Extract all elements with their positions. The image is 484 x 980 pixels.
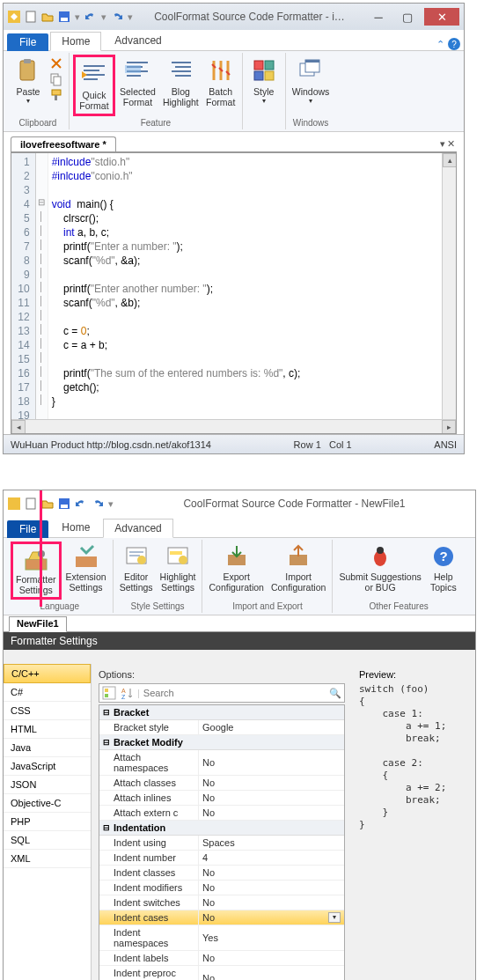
fold-column[interactable]: ⊟ │ │ │ │ │ │ │ │ │ │ │ │ │ │ bbox=[36, 153, 48, 433]
code-editor[interactable]: 1 2 3 4 5 6 7 8 9 10 11 12 13 14 15 16 1… bbox=[11, 152, 457, 434]
home-tab[interactable]: Home bbox=[50, 32, 101, 51]
option-row[interactable]: Indent labelsNo bbox=[99, 951, 344, 966]
editor-settings-button[interactable]: Editor Settings bbox=[117, 542, 156, 600]
close-button[interactable]: ✕ bbox=[424, 8, 459, 26]
extension-settings-button[interactable]: Extension Settings bbox=[63, 542, 109, 600]
clipboard-group-label: Clipboard bbox=[19, 116, 57, 128]
titlebar: ▾ ▾ ▾ CoolFormat Source Code Formatter -… bbox=[4, 4, 464, 30]
document-tab[interactable]: ilovefreesoftware * bbox=[11, 136, 116, 151]
scrollbar-horizontal[interactable]: ◂▸ bbox=[11, 419, 456, 433]
option-row[interactable]: Bracket styleGoogle bbox=[99, 720, 344, 735]
file-tab[interactable]: File bbox=[7, 33, 48, 51]
help-icon[interactable]: ? bbox=[448, 38, 460, 50]
language-item[interactable]: CSS bbox=[4, 702, 91, 720]
language-item[interactable]: Objective-C bbox=[4, 794, 91, 813]
ribbon-minimize-icon[interactable]: ⌃ bbox=[436, 39, 444, 50]
format-painter-icon[interactable] bbox=[49, 88, 63, 102]
code-pane[interactable]: #inlcude"stdio.h" #inlcude"conio.h" void… bbox=[48, 153, 456, 433]
option-row[interactable]: Attach classesNo bbox=[99, 776, 344, 791]
language-item[interactable]: JSON bbox=[4, 776, 91, 794]
maximize-button[interactable]: ▢ bbox=[395, 8, 420, 26]
import-export-group-label: Import and Export bbox=[232, 600, 302, 611]
quick-format-button[interactable]: Quick Format bbox=[77, 58, 112, 113]
language-item[interactable]: PHP bbox=[4, 813, 91, 831]
qat-undo-icon[interactable] bbox=[75, 497, 87, 510]
qat-save-icon[interactable] bbox=[58, 497, 70, 510]
advanced-tab[interactable]: Advanced bbox=[103, 519, 172, 538]
windows-button[interactable]: Windows▾ bbox=[290, 55, 333, 116]
cut-icon[interactable] bbox=[49, 56, 63, 70]
option-row[interactable]: Indent usingSpaces bbox=[99, 836, 344, 851]
paste-button[interactable]: Paste▾ bbox=[11, 55, 46, 116]
selected-format-button[interactable]: Selected Format bbox=[117, 55, 158, 116]
tab-dropdown-icon[interactable]: ▾ bbox=[440, 138, 445, 150]
suggestions-button[interactable]: Submit Suggestions or BUG bbox=[336, 542, 423, 600]
search-icon[interactable]: 🔍 bbox=[329, 688, 341, 699]
language-item[interactable]: C# bbox=[4, 683, 91, 702]
qat-redo-icon[interactable] bbox=[111, 11, 123, 23]
settings-icon bbox=[23, 546, 49, 572]
highlight-connector bbox=[40, 490, 42, 607]
svg-rect-18 bbox=[125, 65, 141, 73]
app-icon bbox=[8, 497, 20, 510]
batch-format-button[interactable]: Batch Format bbox=[203, 55, 238, 116]
language-item[interactable]: XML bbox=[4, 850, 91, 868]
option-section[interactable]: ⊟ Bracket Modify bbox=[99, 735, 344, 750]
option-row[interactable]: Indent modifiersNo bbox=[99, 881, 344, 895]
export-config-button[interactable]: Export Configuration bbox=[206, 542, 266, 600]
language-item[interactable]: Java bbox=[4, 739, 91, 757]
qat-redo-icon[interactable] bbox=[92, 497, 104, 510]
blog-highlight-button[interactable]: Blog Highlight bbox=[160, 55, 202, 116]
qat-undo-icon[interactable] bbox=[84, 11, 97, 23]
option-row[interactable]: Indent switchesNo bbox=[99, 895, 344, 910]
other-features-group-label: Other Features bbox=[369, 600, 428, 611]
document-tab[interactable]: NewFile1 bbox=[9, 616, 67, 632]
language-item[interactable]: C/C++ bbox=[4, 664, 91, 683]
qat-new-icon[interactable] bbox=[25, 11, 37, 23]
highlight-settings-button[interactable]: Highlight Settings bbox=[158, 542, 199, 600]
line-gutter: 1 2 3 4 5 6 7 8 9 10 11 12 13 14 15 16 1… bbox=[11, 153, 36, 433]
option-row[interactable]: Attach namespacesNo bbox=[99, 750, 344, 776]
help-topics-button[interactable]: ? Help Topics bbox=[426, 542, 461, 600]
option-row[interactable]: Attach extern cNo bbox=[99, 806, 344, 821]
tab-close-icon[interactable]: ✕ bbox=[447, 138, 455, 150]
qat-new-icon[interactable] bbox=[25, 497, 37, 510]
svg-rect-3 bbox=[61, 18, 68, 21]
panel-title: Formatter Settings bbox=[4, 632, 475, 650]
options-grid[interactable]: ⊟ BracketBracket styleGoogle⊟ Bracket Mo… bbox=[99, 704, 345, 980]
sort-icon[interactable]: AZ bbox=[120, 686, 134, 700]
minimize-button[interactable]: ─ bbox=[366, 8, 391, 26]
qat-open-icon[interactable] bbox=[41, 11, 54, 23]
option-row[interactable]: Indent number4 bbox=[99, 851, 344, 866]
bug-icon bbox=[367, 543, 393, 570]
option-row[interactable]: Indent classesNo bbox=[99, 866, 344, 881]
feature-group-label: Feature bbox=[141, 116, 171, 128]
app-icon bbox=[8, 11, 20, 23]
option-row[interactable]: Attach inlinesNo bbox=[99, 791, 344, 806]
advanced-tab[interactable]: Advanced bbox=[103, 31, 172, 50]
formatter-settings-button[interactable]: Formatter Settings bbox=[13, 544, 59, 597]
option-section[interactable]: ⊟ Indentation bbox=[99, 821, 344, 836]
svg-rect-52 bbox=[105, 694, 108, 697]
option-section[interactable]: ⊟ Bracket bbox=[99, 705, 344, 720]
option-row[interactable]: Indent casesNo▾ bbox=[99, 910, 344, 925]
preview-code: switch (foo) { case 1: a += 1; break; ca… bbox=[359, 683, 468, 831]
option-row[interactable]: Indent namespacesYes bbox=[99, 925, 344, 951]
language-item[interactable]: HTML bbox=[4, 720, 91, 739]
copy-icon[interactable] bbox=[49, 72, 63, 86]
import-config-button[interactable]: Import Configuration bbox=[268, 542, 328, 600]
language-item[interactable]: JavaScript bbox=[4, 757, 91, 776]
scrollbar-vertical[interactable]: ▴ bbox=[442, 153, 456, 419]
svg-rect-7 bbox=[54, 77, 61, 85]
qat-open-icon[interactable] bbox=[41, 497, 54, 510]
style-button[interactable]: Style▾ bbox=[246, 55, 282, 116]
home-tab[interactable]: Home bbox=[50, 518, 101, 537]
window-title: CoolFormat Source Code Formatter - NewFi… bbox=[118, 497, 471, 510]
statusbar: WuHuan Product http://blog.csdn.net/akof… bbox=[4, 434, 464, 453]
file-tab[interactable]: File bbox=[7, 520, 48, 538]
language-item[interactable]: SQL bbox=[4, 831, 91, 850]
search-input[interactable] bbox=[143, 688, 326, 698]
categorize-icon[interactable] bbox=[102, 686, 116, 700]
option-row[interactable]: Indent preproc blockNo bbox=[99, 966, 344, 980]
qat-save-icon[interactable] bbox=[58, 11, 70, 23]
